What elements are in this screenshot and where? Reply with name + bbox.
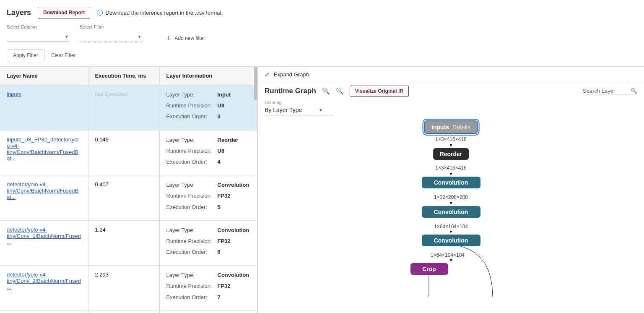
edge-label: 1×64×104×104 [431, 252, 465, 258]
info-val: Convolution [218, 181, 249, 189]
edge-label: 1×3×416×416 [435, 165, 466, 171]
select-column-label: Select Column [7, 24, 70, 29]
graph-node-reorder[interactable]: Reorder [433, 148, 469, 160]
expand-icon[interactable]: ⤢ [265, 71, 270, 78]
info-key: Layer Type: [166, 136, 213, 144]
col-layer-info[interactable]: Layer Information [159, 67, 257, 85]
node-label: Convolution [434, 237, 468, 244]
coloring-value: By Layer Type [265, 107, 302, 113]
info-key: Execution Order: [166, 294, 213, 301]
chevron-down-icon: ▼ [319, 108, 323, 112]
coloring-label: Coloring [265, 100, 637, 105]
info-val: Convolution [218, 227, 249, 234]
info-key: Execution Order: [166, 113, 213, 120]
info-key: Runtime Precision: [166, 282, 213, 290]
table-row[interactable]: detector/yolo-v4-tiny/Conv_1/BatchNorm/F… [0, 220, 257, 266]
table-row[interactable]: detector/yolo-v4-tiny/strided_slice 0.11… [0, 310, 257, 313]
graph-node-convolution[interactable]: Convolution [422, 177, 480, 188]
info-key: Layer Type: [166, 227, 213, 234]
layer-name-link[interactable]: detector/yolo-v4-tiny/Conv/BatchNorm/Fus… [7, 181, 81, 200]
layer-name-link[interactable]: detector/yolo-v4-tiny/Conv_1/BatchNorm/F… [7, 227, 81, 245]
runtime-graph-panel: ⤢ Expand Graph Runtime Graph 🔍 🔍 Visuali… [257, 66, 644, 313]
page-title: Layers [7, 8, 31, 17]
exec-time: 2.293 [95, 271, 109, 278]
node-label: inputs [431, 124, 449, 130]
plus-icon: + [166, 34, 171, 42]
layer-name-link[interactable]: inputs_U8_FP32_detector/yolo-v4-tiny/Con… [7, 136, 81, 162]
node-label: Convolution [434, 179, 468, 186]
col-layer-name[interactable]: Layer Name [0, 67, 88, 85]
layer-name-link[interactable]: inputs [7, 91, 21, 97]
info-val: U8 [218, 147, 225, 155]
select-column[interactable]: ▼ [7, 32, 70, 42]
add-filter-label: Add new filter [175, 35, 205, 41]
info-key: Execution Order: [166, 158, 213, 166]
graph-canvas[interactable]: inputs Details 1×3×416×416 Reorder 1×3×4… [258, 120, 644, 297]
info-val: FP32 [218, 282, 231, 290]
info-key: Runtime Precision: [166, 147, 213, 155]
info-val: 7 [218, 294, 221, 301]
info-val: FP32 [218, 192, 231, 200]
info-val: Input [218, 91, 231, 99]
info-val: Convolution [218, 271, 249, 279]
col-exec-time[interactable]: Execution Time, ms [88, 67, 159, 85]
info-val: Reorder [218, 136, 239, 144]
info-key: Runtime Precision: [166, 102, 213, 110]
exec-time: 1.24 [95, 227, 106, 233]
info-key: Layer Type: [166, 271, 213, 279]
zoom-in-icon[interactable]: 🔍 [322, 87, 330, 95]
layers-table: Layer Name Execution Time, ms Layer Info… [0, 67, 257, 313]
expand-graph-link[interactable]: Expand Graph [274, 71, 309, 78]
node-label: Crop [422, 266, 436, 272]
apply-filter-button[interactable]: Apply Filter [7, 50, 44, 61]
info-val: FP32 [218, 237, 231, 245]
clear-filter-link[interactable]: Clear Filter [51, 52, 76, 58]
info-key: Runtime Precision: [166, 192, 213, 200]
info-val: U8 [218, 102, 225, 110]
info-key: Layer Type: [166, 181, 213, 189]
scrollbar[interactable] [254, 67, 257, 100]
search-layer-input[interactable] [583, 88, 625, 94]
add-new-filter-button[interactable]: + Add new filter [166, 34, 205, 42]
coloring-select[interactable]: By Layer Type ▼ [265, 105, 333, 115]
info-key: Runtime Precision: [166, 237, 213, 245]
select-filter[interactable]: ▼ [80, 32, 143, 42]
download-report-button[interactable]: Download Report [38, 7, 90, 18]
info-key: Execution Order: [166, 203, 213, 211]
info-row: i Download the inference report in the .… [97, 10, 223, 16]
table-row[interactable]: detector/yolo-v4-tiny/Conv/BatchNorm/Fus… [0, 175, 257, 221]
visualize-original-ir-button[interactable]: Visualize Original IR [350, 86, 409, 97]
edge-label: 1×64×104×104 [434, 224, 468, 230]
info-key: Layer Type: [166, 91, 213, 99]
info-key: Execution Order: [166, 248, 213, 256]
exec-time: 0.149 [95, 136, 109, 143]
select-filter-label: Select Filter [80, 24, 143, 29]
node-label: Convolution [434, 209, 468, 215]
search-icon[interactable]: 🔍 [631, 88, 637, 94]
zoom-out-icon[interactable]: 🔍 [336, 87, 344, 95]
info-icon: i [97, 10, 103, 16]
graph-node-convolution[interactable]: Convolution [422, 206, 480, 218]
runtime-graph-title: Runtime Graph [265, 87, 316, 95]
exec-time: 0.407 [95, 181, 109, 188]
layer-name-link[interactable]: detector/yolo-v4-tiny/Conv_2/BatchNorm/F… [7, 271, 81, 290]
info-val: 4 [218, 158, 221, 166]
info-val: 5 [218, 203, 221, 211]
info-val: 6 [218, 248, 221, 256]
table-row[interactable]: detector/yolo-v4-tiny/Conv_2/BatchNorm/F… [0, 266, 257, 311]
table-row[interactable]: inputs Not Executed Layer Type:Input Run… [0, 85, 257, 130]
exec-time: Not Executed [95, 91, 128, 97]
graph-node-convolution[interactable]: Convolution [422, 235, 480, 246]
edge-label: 1×3×416×416 [435, 136, 466, 142]
node-details-link[interactable]: Details [452, 124, 470, 130]
info-text: Download the inference report in the .cs… [105, 10, 223, 16]
chevron-down-icon: ▼ [65, 34, 69, 39]
chevron-down-icon: ▼ [138, 34, 142, 39]
graph-node-crop[interactable]: Crop [410, 263, 448, 275]
info-val: 3 [218, 113, 221, 120]
node-label: Reorder [440, 151, 462, 157]
edge-label: 1×32×208×208 [434, 194, 468, 200]
layers-table-panel: Layer Name Execution Time, ms Layer Info… [0, 66, 257, 313]
graph-node-inputs[interactable]: inputs Details [424, 120, 478, 134]
table-row[interactable]: inputs_U8_FP32_detector/yolo-v4-tiny/Con… [0, 130, 257, 175]
